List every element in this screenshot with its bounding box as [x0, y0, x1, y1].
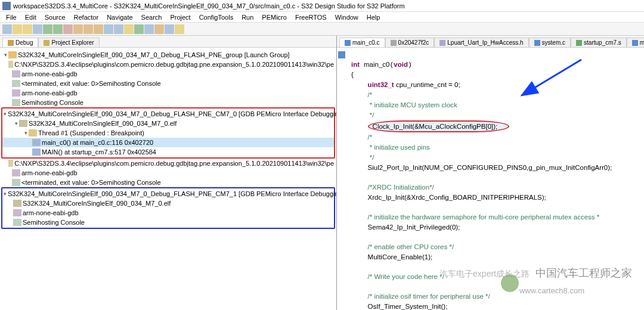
elf-row[interactable]: S32K324_MultiCoreInSingleElf_090_034_M7_… [2, 199, 334, 208]
gdb-icon [12, 89, 20, 97]
tb-misc5-icon[interactable] [154, 24, 164, 34]
menu-file[interactable]: File [2, 13, 20, 21]
menu-help[interactable]: Help [363, 13, 384, 21]
tb-resume-icon[interactable] [104, 24, 113, 34]
annotation-arrow-icon [516, 57, 587, 104]
project-explorer-icon [44, 40, 49, 46]
stack-frame-main-c0[interactable]: main_c0() at main_c0.c:116 0x402720 [2, 138, 334, 147]
elf-row[interactable]: ▾S32K324_MultiCoreInSingleElf_090_034_M7… [2, 119, 334, 128]
tab-main-c0[interactable]: main_c0.c [339, 38, 385, 47]
tb-saveall-icon[interactable] [23, 24, 32, 34]
menu-refactor[interactable]: Refactor [70, 13, 103, 21]
console-icon [12, 179, 20, 186]
c-file-icon [534, 40, 540, 46]
svg-line-1 [522, 60, 581, 95]
tab-system-c[interactable]: system.c [529, 38, 571, 47]
tb-debug-icon[interactable] [53, 24, 63, 34]
file-icon [8, 160, 14, 167]
tab-startup-s[interactable]: startup_cm7.s [571, 38, 627, 47]
console-icon [13, 219, 21, 226]
tab-main-c1[interactable]: main_c1.c [627, 38, 644, 47]
tree-row[interactable]: arm-none-eabi-gdb [1, 88, 335, 98]
file-icon [8, 61, 14, 68]
tab-memory[interactable]: 0x20427f2c [385, 38, 435, 47]
tree-row[interactable]: Semihosting Console [2, 218, 334, 227]
console-icon [12, 80, 20, 87]
tb-save-icon[interactable] [13, 24, 22, 34]
bug-icon [8, 40, 14, 46]
gdb-icon [12, 70, 20, 78]
tb-misc3-icon[interactable] [134, 24, 144, 34]
window-title: workspaceS32DS.3.4_MultiCore - S32K324_M… [13, 2, 405, 10]
tb-stepout-icon[interactable] [94, 24, 103, 34]
debug-session-cm7-0[interactable]: ▾S32K324_MultiCoreInSingleElf_090_034_M7… [2, 109, 334, 119]
menu-bar: File Edit Source Refactor Navigate Searc… [0, 12, 644, 23]
menu-edit[interactable]: Edit [21, 13, 40, 21]
elf-icon [13, 200, 21, 207]
debug-tree[interactable]: ▾S32K324_MultiCoreInSingleElf_090_034_M7… [0, 48, 336, 310]
c-file-icon [632, 40, 638, 46]
left-pane-tabs: Debug Project Explorer [0, 36, 336, 48]
menu-configtools[interactable]: ConfigTools [196, 13, 237, 21]
tb-misc4-icon[interactable] [144, 24, 154, 34]
tb-misc2-icon[interactable] [124, 24, 134, 34]
tree-row[interactable]: arm-none-eabi-gdb [2, 208, 334, 218]
tab-debug-label: Debug [16, 39, 33, 46]
console-icon [12, 99, 20, 106]
thread-icon [29, 129, 37, 137]
memory-icon [391, 40, 397, 46]
menu-search[interactable]: Search [138, 13, 166, 21]
menu-navigate[interactable]: Navigate [103, 13, 136, 21]
editor-tabs: main_c0.c 0x20427f2c Lpuart_Uart_Ip_HwAc… [337, 36, 644, 48]
tb-run-icon[interactable] [43, 24, 52, 34]
main-toolbar [0, 23, 644, 36]
thread-row[interactable]: ▾Thread #1 (Suspended : Breakpoint) [2, 128, 334, 138]
tb-misc6-icon[interactable] [165, 24, 174, 34]
tree-row[interactable]: C:\NXP\S32DS.3.4\eclipse\plugins\com.pem… [1, 60, 335, 69]
stack-frame-main[interactable]: MAIN() at startup_cm7.s:517 0x402584 [2, 147, 334, 157]
tab-lpuart-h[interactable]: Lpuart_Uart_Ip_HwAccess.h [434, 38, 528, 47]
editor-pane: main_c0.c 0x20427f2c Lpuart_Uart_Ip_HwAc… [337, 36, 644, 310]
tab-pe-label: Project Explorer [51, 39, 94, 46]
menu-pemicro[interactable]: PEMicro [258, 13, 290, 21]
tree-row[interactable]: <terminated, exit value: 0>Semihosting C… [1, 79, 335, 88]
menu-window[interactable]: Window [332, 13, 362, 21]
tb-misc7-icon[interactable] [175, 24, 184, 34]
cm7-1-debug-highlight: ▾S32K324_MultiCoreInSingleElf_090_034_M7… [1, 187, 335, 229]
debug-pane: Debug Project Explorer ▾S32K324_MultiCor… [0, 36, 337, 310]
menu-project[interactable]: Project [166, 13, 194, 21]
launch-group-row[interactable]: ▾S32K324_MultiCoreInSingleElf_090_034_M7… [1, 50, 335, 60]
debug-session-cm7-1[interactable]: ▾S32K324_MultiCoreInSingleElf_090_034_M7… [2, 189, 334, 199]
menu-source[interactable]: Source [41, 13, 69, 21]
elf-icon [19, 120, 27, 127]
tree-row[interactable]: arm-none-eabi-gdb [1, 69, 335, 79]
menu-freertos[interactable]: FreeRTOS [292, 13, 330, 21]
tb-build-icon[interactable] [33, 24, 42, 34]
tb-stop-icon[interactable] [63, 24, 73, 34]
menu-run[interactable]: Run [238, 13, 257, 21]
wechat-logo-icon [501, 274, 519, 292]
tree-row[interactable]: <terminated, exit value: 0>Semihosting C… [1, 178, 335, 187]
cm7-0-debug-highlight: ▾S32K324_MultiCoreInSingleElf_090_034_M7… [1, 107, 335, 159]
launch-group-label: S32K324_MultiCoreInSingleElf_090_034_M7_… [18, 50, 290, 60]
tb-stepover-icon[interactable] [83, 24, 93, 34]
tree-row[interactable]: C:\NXP\S32DS.3.4\eclipse\plugins\com.pem… [1, 159, 335, 168]
app-icon [2, 2, 11, 10]
c-file-icon [345, 40, 351, 46]
code-editor[interactable]: int main_c0(void) { uint32_t cpu_runtime… [337, 48, 644, 310]
tree-row[interactable]: arm-none-eabi-gdb [1, 168, 335, 178]
frame-icon [32, 148, 41, 156]
launch-group-icon [8, 51, 17, 58]
tb-misc1-icon[interactable] [114, 24, 123, 34]
tab-project-explorer[interactable]: Project Explorer [38, 38, 99, 47]
breakpoint-marker-icon[interactable] [338, 51, 345, 58]
gdb-icon [13, 209, 21, 216]
gdb-icon [12, 169, 20, 176]
tab-debug[interactable]: Debug [2, 38, 38, 47]
h-file-icon [439, 40, 445, 46]
tree-row[interactable]: Semihosting Console [1, 98, 335, 107]
tb-new-icon[interactable] [2, 24, 12, 34]
tb-step-icon[interactable] [73, 24, 83, 34]
frame-icon [32, 139, 41, 146]
current-line-highlight: Clock_Ip_Init(&Mcu_aClockConfigPB[0]); [368, 120, 510, 132]
